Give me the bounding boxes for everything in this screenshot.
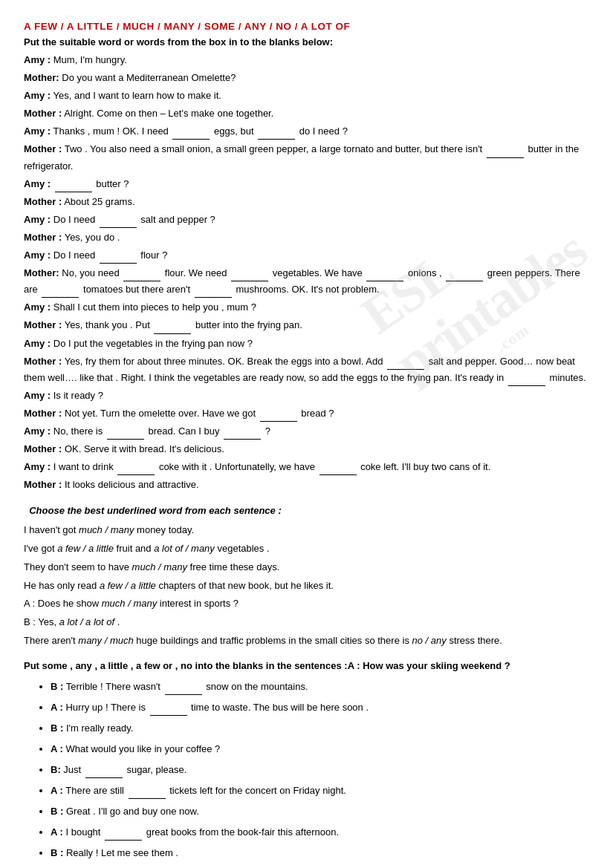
dialogue-line-7: Amy : butter ?	[24, 176, 586, 192]
speaker-amy-11: Amy :	[24, 461, 51, 472]
choose-italic-5: much / many	[102, 598, 157, 609]
blank-12	[195, 287, 232, 298]
dialogue-line-20: Mother : OK. Serve it with bread. It's d…	[24, 441, 586, 457]
blank-1	[172, 129, 210, 140]
dialogue-line-22: Mother : It looks delicious and attracti…	[24, 477, 586, 493]
dialogue-line-17: Amy : Is it ready ?	[24, 388, 586, 404]
blank-2	[258, 129, 295, 140]
speaker-mother-2: Mother :	[24, 108, 62, 119]
dialogue-line-5: Amy : Thanks , mum ! OK. I need eggs, bu…	[24, 123, 586, 140]
speaker-amy-9: Amy :	[24, 390, 51, 401]
choose-italic-7: many / much	[78, 635, 133, 646]
blank-s5	[105, 830, 142, 841]
choose-line-2: I've got a few / a little fruit and a lo…	[24, 541, 586, 558]
choose-italic-2: a few / a little	[57, 543, 114, 554]
blank-s4	[129, 789, 166, 799]
speaker-mother-8: Mother :	[24, 356, 62, 367]
dialogue-line-16: Mother : Yes, fry them for about three m…	[24, 353, 586, 386]
dialogue-line-12: Mother: No, you need flour. We need vege…	[24, 265, 586, 298]
dialogue-line-8: Mother : About 25 grams.	[24, 194, 586, 210]
title: A FEW / A LITTLE / MUCH / MANY / SOME / …	[24, 21, 586, 32]
section3: Put some , any , a little , a few or , n…	[24, 660, 586, 862]
choose-italic-1: much / many	[79, 524, 134, 535]
speaker-mother-1: Mother:	[24, 72, 59, 83]
list-item-4: A : What would you like in your coffee ?	[51, 741, 586, 757]
blank-11	[42, 287, 79, 298]
speaker-mother-11: Mother :	[24, 479, 62, 490]
speaker-amy-6: Amy :	[24, 249, 51, 261]
dialogue-line-9: Amy : Do I need salt and pepper ?	[24, 212, 586, 228]
choose-italic-7b: no / any	[412, 635, 447, 646]
blank-15	[508, 376, 545, 386]
speaker-amy-5: Amy :	[24, 214, 51, 225]
choose-italic-3: much / many	[132, 561, 187, 572]
blank-20	[319, 465, 357, 475]
section1: Put the suitable word or words from the …	[24, 36, 586, 493]
dialogue-line-10: Mother : Yes, you do .	[24, 229, 586, 246]
blank-16	[260, 411, 297, 422]
speaker-amy-3: Amy :	[24, 125, 51, 137]
blank-14	[387, 359, 424, 370]
dialogue-line-1: Amy : Mum, I'm hungry.	[24, 52, 586, 68]
blank-6	[100, 253, 137, 264]
blank-18	[224, 429, 261, 440]
section2: Choose the best underlined word from eac…	[24, 505, 586, 649]
blank-s3	[85, 768, 123, 778]
speaker-amy-4: Amy :	[24, 178, 51, 189]
list-item-3: B : I'm really ready.	[51, 720, 586, 737]
dialogue-line-11: Amy : Do I need flour ?	[24, 247, 586, 264]
choose-line-1: I haven't got much / many money today.	[24, 522, 586, 539]
blank-9	[366, 271, 403, 281]
speaker-mother-4: Mother :	[24, 196, 62, 207]
list-item-9: B : Really ! Let me see them .	[51, 845, 586, 861]
blank-8	[231, 271, 268, 281]
speaker-amy-1: Amy :	[24, 54, 51, 65]
dialogue-line-18: Mother : Not yet. Turn the omelette over…	[24, 405, 586, 422]
dialogue-line-3: Amy : Yes, and I want to learn how to ma…	[24, 88, 586, 104]
dialogue-line-4: Mother : Alright. Come on then – Let's m…	[24, 105, 586, 122]
blank-7	[123, 271, 160, 281]
dialogue-line-13: Amy : Shall I cut them into pieces to he…	[24, 299, 586, 316]
choose-line-5: A : Does he show much / many interest in…	[24, 595, 586, 613]
blank-10	[446, 271, 483, 281]
dialogue-line-14: Mother : Yes, thank you . Put butter int…	[24, 317, 586, 333]
choose-italic-6: a lot / a lot of	[59, 616, 114, 627]
choose-line-7: There aren't many / much huge buildings …	[24, 633, 586, 650]
blank-3	[487, 148, 524, 158]
speaker-mother-7: Mother :	[24, 319, 62, 330]
section2-instruction: Choose the best underlined word from eac…	[24, 505, 586, 516]
blank-4	[55, 182, 92, 192]
blank-13	[154, 324, 191, 334]
list-item-1: B : Terrible ! There wasn't snow on the …	[51, 679, 586, 695]
list-item-7: B : Great . I'll go and buy one now.	[51, 803, 586, 820]
speaker-amy-8: Amy :	[24, 338, 51, 349]
speaker-mother-6: Mother:	[24, 267, 59, 278]
speaker-mother-5: Mother :	[24, 232, 62, 243]
list-item-5: B: Just sugar, please.	[51, 762, 586, 778]
section3-instruction: Put some , any , a little , a few or , n…	[24, 660, 586, 671]
dialogue-line-19: Amy : No, there is bread. Can I buy ?	[24, 423, 586, 440]
blank-s2	[150, 705, 187, 716]
list-item-6: A : There are still tickets left for the…	[51, 783, 586, 799]
choose-italic-4: a few / a little	[100, 580, 156, 591]
section3-list: B : Terrible ! There wasn't snow on the …	[24, 679, 586, 862]
speaker-amy-7: Amy :	[24, 301, 51, 313]
blank-s1	[165, 685, 202, 695]
dialogue-line-21: Amy : I want to drink coke with it . Unf…	[24, 459, 586, 475]
speaker-mother-3: Mother :	[24, 143, 62, 154]
speaker-amy-2: Amy :	[24, 90, 51, 101]
choose-line-6: B : Yes, a lot / a lot of .	[24, 614, 586, 631]
list-item-8: A : I bought great books from the book-f…	[51, 824, 586, 841]
blank-5	[100, 218, 137, 228]
dialogue-line-2: Mother: Do you want a Mediterranean Omel…	[24, 70, 586, 86]
speaker-amy-10: Amy :	[24, 425, 51, 437]
choose-line-4: He has only read a few / a little chapte…	[24, 578, 586, 595]
list-item-2: A : Hurry up ! There is time to waste. T…	[51, 699, 586, 716]
choose-line-3: They don't seem to have much / many free…	[24, 559, 586, 576]
dialogue-line-15: Amy : Do I put the vegetables in the fry…	[24, 336, 586, 352]
dialogue-line-6: Mother : Two . You also need a small oni…	[24, 141, 586, 174]
speaker-mother-9: Mother :	[24, 408, 62, 419]
blank-19	[117, 465, 155, 475]
section1-instruction: Put the suitable word or words from the …	[24, 36, 586, 48]
blank-17	[107, 429, 144, 440]
